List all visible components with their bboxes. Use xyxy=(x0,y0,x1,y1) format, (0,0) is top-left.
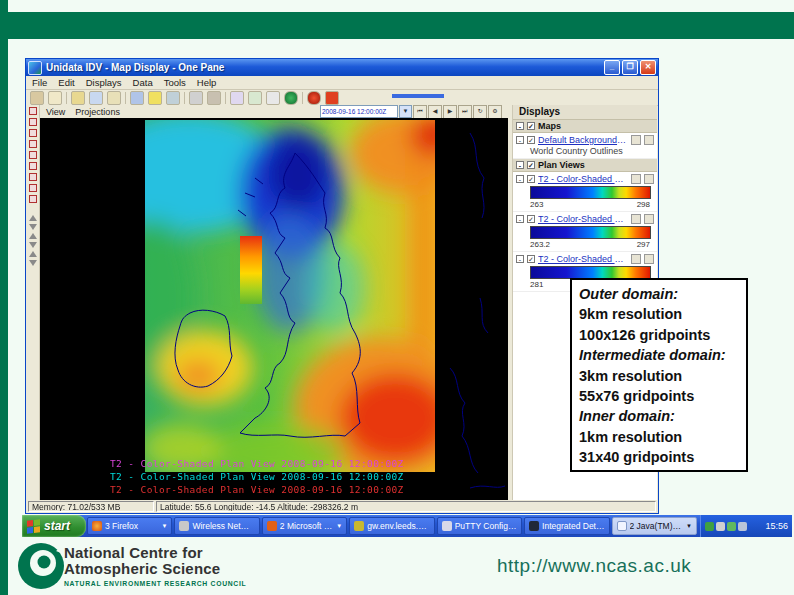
pan-down-icon[interactable] xyxy=(29,224,37,230)
expander-icon[interactable]: - xyxy=(516,175,524,183)
volume-icon[interactable] xyxy=(716,522,725,531)
probe-icon[interactable] xyxy=(29,140,37,148)
map-canvas[interactable]: T2 - Color-Shaded Plan View 2008-09-16 1… xyxy=(40,118,508,500)
cut-icon[interactable] xyxy=(207,91,221,105)
image-capture-icon[interactable] xyxy=(130,91,144,105)
data-source-icon[interactable] xyxy=(29,118,37,126)
default-background-maps-link[interactable]: Default Background Maps xyxy=(538,135,628,145)
plan-view-link[interactable]: T2 - Color-Shaded Plan View xyxy=(538,254,628,264)
maps-group-header[interactable]: - ✓ Maps xyxy=(513,120,657,133)
loop-icon[interactable]: ↻ xyxy=(473,105,487,119)
network-status-icon[interactable] xyxy=(727,522,736,531)
link-icon[interactable] xyxy=(189,91,203,105)
draw-icon[interactable] xyxy=(230,91,244,105)
plan-views-group-header[interactable]: - ✓ Plan Views xyxy=(513,159,657,172)
delete-icon[interactable] xyxy=(644,174,654,184)
cross-section-icon[interactable] xyxy=(29,151,37,159)
menu-edit[interactable]: Edit xyxy=(58,77,74,88)
ncas-wordmark: National Centre for Atmospheric Science … xyxy=(64,545,246,587)
time-dropdown-icon[interactable]: ▼ xyxy=(399,105,412,118)
record-icon[interactable] xyxy=(307,91,321,105)
security-shield-icon[interactable] xyxy=(705,522,714,531)
copy-icon[interactable] xyxy=(107,91,121,105)
taskbar-item-wireless[interactable]: Wireless Networ... xyxy=(174,517,259,535)
taskbar-item-ssh-session[interactable]: gw.env.leeds.ac... xyxy=(349,517,434,535)
globe-icon[interactable] xyxy=(284,91,298,105)
new-file-icon[interactable] xyxy=(48,91,62,105)
edit-icon[interactable] xyxy=(631,254,641,264)
reset-view-icon[interactable] xyxy=(29,260,37,266)
expander-icon[interactable]: - xyxy=(516,122,524,130)
table-icon[interactable] xyxy=(166,91,180,105)
chart-icon[interactable] xyxy=(248,91,262,105)
delete-icon[interactable] xyxy=(644,135,654,145)
layer-icon[interactable] xyxy=(29,129,37,137)
taskbar-item-firefox[interactable]: 3 Firefox ▼ xyxy=(87,517,172,535)
menu-tools[interactable]: Tools xyxy=(164,77,186,88)
zoom-in-icon[interactable] xyxy=(29,233,37,239)
plan-view-checkbox[interactable]: ✓ xyxy=(527,215,535,223)
toolbar-separator xyxy=(184,92,185,104)
taskbar-item-integrated[interactable]: Integrated Deta... xyxy=(524,517,609,535)
display-icon[interactable] xyxy=(738,522,747,531)
maps-visibility-checkbox[interactable]: ✓ xyxy=(527,122,535,130)
field-selector-icon[interactable] xyxy=(29,107,37,115)
step-forward-icon[interactable]: ⏭ xyxy=(458,105,472,119)
rotate-icon[interactable] xyxy=(29,251,37,257)
play-icon[interactable]: ▶ xyxy=(443,105,457,119)
step-first-icon[interactable]: ⏮ xyxy=(413,105,427,119)
plan-view-checkbox[interactable]: ✓ xyxy=(527,255,535,263)
taskbar-item-java[interactable]: 2 Java(TM) 2 ... ▼ xyxy=(612,517,697,535)
expander-icon[interactable]: - xyxy=(516,215,524,223)
plan-view-link[interactable]: T2 - Color-Shaded Plan View xyxy=(538,214,628,224)
shade-icon[interactable] xyxy=(29,184,37,192)
menu-view[interactable]: View xyxy=(46,107,65,117)
stop-red-icon[interactable] xyxy=(325,91,339,105)
start-button[interactable]: start xyxy=(22,515,86,537)
vector-icon[interactable] xyxy=(29,195,37,203)
taskbar-item-label: 2 Java(TM) 2 ... xyxy=(630,521,683,531)
edit-icon[interactable] xyxy=(631,135,641,145)
time-select[interactable]: 2008-09-16 12:00:00Z xyxy=(320,105,398,118)
open-folder-icon[interactable] xyxy=(71,91,85,105)
menu-help[interactable]: Help xyxy=(197,77,217,88)
delete-icon[interactable] xyxy=(644,214,654,224)
toolbar-separator xyxy=(302,92,303,104)
windows-taskbar: start 3 Firefox ▼ Wireless Networ... 2 M… xyxy=(22,515,792,537)
edit-icon[interactable] xyxy=(631,174,641,184)
bulb-icon[interactable] xyxy=(148,91,162,105)
edit-icon[interactable] xyxy=(631,214,641,224)
map-view-column: View Projections 2008-09-16 12:00:00Z ▼ … xyxy=(40,105,508,500)
menu-projections[interactable]: Projections xyxy=(75,107,120,117)
anim-settings-icon[interactable]: ⚙ xyxy=(488,105,502,119)
menu-file[interactable]: File xyxy=(32,77,47,88)
zoom-out-icon[interactable] xyxy=(29,242,37,248)
minimize-button[interactable]: _ xyxy=(604,60,620,75)
firefox-icon xyxy=(92,521,102,531)
plan-views-visibility-checkbox[interactable]: ✓ xyxy=(527,161,535,169)
pan-up-icon[interactable] xyxy=(29,215,37,221)
save-icon[interactable] xyxy=(89,91,103,105)
plan-view-checkbox[interactable]: ✓ xyxy=(527,175,535,183)
maps-entry-checkbox[interactable]: ✓ xyxy=(527,136,535,144)
delete-icon[interactable] xyxy=(644,254,654,264)
taskbar-item-putty[interactable]: PuTTY Configur... xyxy=(437,517,522,535)
home-icon[interactable] xyxy=(30,91,44,105)
menu-displays[interactable]: Displays xyxy=(86,77,122,88)
time-slider[interactable] xyxy=(392,94,444,98)
taskbar-item-powerpoint[interactable]: 2 Microsoft Po... ▼ xyxy=(262,517,347,535)
close-button[interactable]: ✕ xyxy=(640,60,656,75)
restore-button[interactable]: ❐ xyxy=(622,60,638,75)
profile-icon[interactable] xyxy=(29,162,37,170)
titlebar[interactable]: Unidata IDV - Map Display - One Pane _ ❐… xyxy=(26,59,658,76)
expander-icon[interactable]: - xyxy=(516,136,524,144)
terminal-icon xyxy=(354,521,364,531)
step-back-icon[interactable]: ◀ xyxy=(428,105,442,119)
menu-data[interactable]: Data xyxy=(133,77,153,88)
plan-views-group-label: Plan Views xyxy=(538,160,585,170)
select-icon[interactable] xyxy=(266,91,280,105)
contour-icon[interactable] xyxy=(29,173,37,181)
expander-icon[interactable]: - xyxy=(516,255,524,263)
expander-icon[interactable]: - xyxy=(516,161,524,169)
plan-view-link[interactable]: T2 - Color-Shaded Plan View xyxy=(538,174,628,184)
